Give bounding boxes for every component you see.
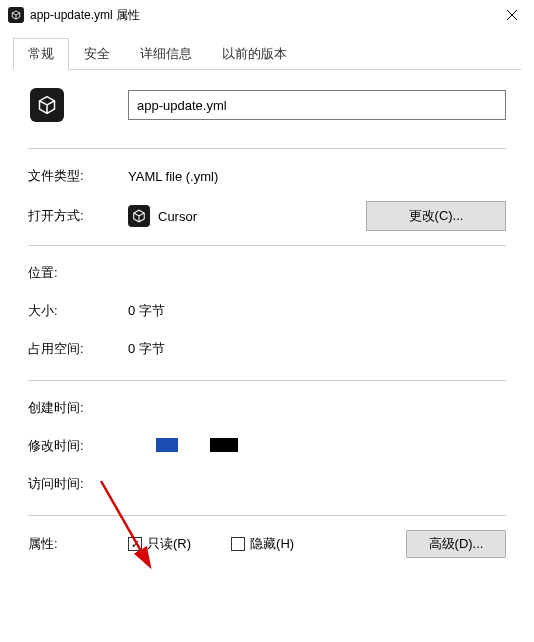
tab-security[interactable]: 安全 [69,38,125,69]
accessed-row: 访问时间: [28,471,506,497]
tab-previous-versions[interactable]: 以前的版本 [207,38,302,69]
modified-value [128,438,238,455]
hidden-checkbox-wrap[interactable]: 隐藏(H) [231,535,294,553]
openwith-app-icon [128,205,150,227]
size-row: 大小: 0 字节 [28,298,506,324]
readonly-label: 只读(R) [147,535,191,553]
accessed-label: 访问时间: [28,475,128,493]
close-button[interactable] [489,0,534,30]
filetype-value: YAML file (.yml) [128,169,218,184]
advanced-button-wrap: 高级(D)... [406,530,506,558]
openwith-value: Cursor [158,209,197,224]
created-label: 创建时间: [28,399,128,417]
readonly-checkbox-wrap[interactable]: 只读(R) [128,535,191,553]
app-title-icon [8,7,24,23]
attributes-row: 属性: 只读(R) 隐藏(H) 高级(D)... [28,530,506,558]
tab-content: 文件类型: YAML file (.yml) 打开方式: Cursor 更改(C… [0,70,534,558]
divider-4 [28,515,506,516]
checkbox-group: 只读(R) 隐藏(H) [128,535,406,553]
titlebar: app-update.yml 属性 [0,0,534,30]
hidden-label: 隐藏(H) [250,535,294,553]
location-row: 位置: [28,260,506,286]
openwith-label: 打开方式: [28,207,128,225]
filetype-row: 文件类型: YAML file (.yml) [28,163,506,189]
attributes-label: 属性: [28,535,128,553]
openwith-value-wrap: Cursor [128,205,366,227]
modified-label: 修改时间: [28,437,128,455]
file-icon-cell [28,88,128,122]
window-title: app-update.yml 属性 [30,7,140,24]
openwith-row: 打开方式: Cursor 更改(C)... [28,201,506,231]
filename-input[interactable] [128,90,506,120]
hidden-checkbox[interactable] [231,537,245,551]
size-label: 大小: [28,302,128,320]
tab-details[interactable]: 详细信息 [125,38,207,69]
titlebar-left: app-update.yml 属性 [8,7,140,24]
location-label: 位置: [28,264,128,282]
file-icon [30,88,64,122]
readonly-checkbox[interactable] [128,537,142,551]
created-row: 创建时间: [28,395,506,421]
sizeondisk-row: 占用空间: 0 字节 [28,336,506,362]
change-button[interactable]: 更改(C)... [366,201,506,231]
divider-1 [28,148,506,149]
filename-row [28,88,506,122]
size-value: 0 字节 [128,302,165,320]
tab-general[interactable]: 常规 [13,38,69,70]
advanced-button[interactable]: 高级(D)... [406,530,506,558]
sizeondisk-label: 占用空间: [28,340,128,358]
divider-2 [28,245,506,246]
sizeondisk-value: 0 字节 [128,340,165,358]
filetype-label: 文件类型: [28,167,128,185]
modified-row: 修改时间: [28,433,506,459]
divider-3 [28,380,506,381]
tabs: 常规 安全 详细信息 以前的版本 [13,38,521,70]
